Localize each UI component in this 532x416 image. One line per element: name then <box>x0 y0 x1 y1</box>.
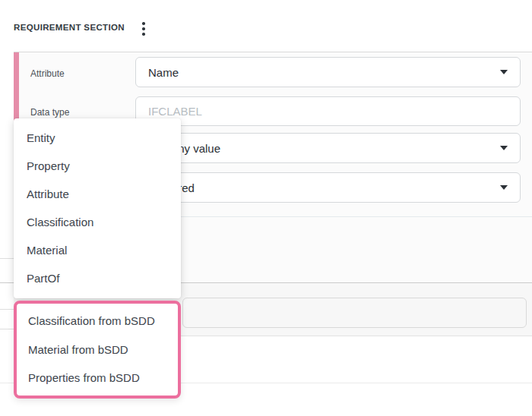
chevron-down-icon <box>500 146 508 150</box>
kebab-dot <box>142 22 145 25</box>
background-input[interactable] <box>182 298 527 328</box>
datatype-field <box>135 96 521 126</box>
menu-item-property[interactable]: Property <box>14 152 181 180</box>
datatype-input[interactable] <box>148 97 508 125</box>
divider <box>0 329 14 329</box>
attribute-select-value: Name <box>148 66 179 79</box>
kebab-dot <box>142 33 145 36</box>
menu-item-classification[interactable]: Classification <box>14 208 181 236</box>
facet-dropdown-menu: Entity Property Attribute Classification… <box>14 118 181 298</box>
kebab-dot <box>142 27 145 30</box>
menu-item-attribute[interactable]: Attribute <box>14 180 181 208</box>
menu-item-material-bsdd[interactable]: Material from bSDD <box>17 336 178 364</box>
value-select[interactable]: Has any value <box>135 133 521 163</box>
attribute-label: Attribute <box>30 68 65 79</box>
menu-item-properties-bsdd[interactable]: Properties from bSDD <box>17 364 178 392</box>
menu-item-entity[interactable]: Entity <box>14 124 181 152</box>
section-title: REQUIREMENT SECTION <box>14 23 125 32</box>
divider <box>0 309 14 310</box>
attribute-select[interactable]: Name <box>135 57 521 87</box>
menu-item-material[interactable]: Material <box>14 236 181 264</box>
divider <box>0 258 14 259</box>
page: REQUIREMENT SECTION Attribute Name Data … <box>0 0 532 416</box>
chevron-down-icon <box>500 70 508 74</box>
datatype-label: Data type <box>30 107 69 118</box>
bsdd-highlight-annotation: Classification from bSDD Material from b… <box>14 301 181 399</box>
chevron-down-icon <box>500 185 508 190</box>
kebab-menu-icon[interactable] <box>140 22 147 36</box>
menu-item-partof[interactable]: PartOf <box>14 264 181 292</box>
menu-item-classification-bsdd[interactable]: Classification from bSDD <box>17 307 178 336</box>
optionality-select[interactable]: Required <box>135 172 521 203</box>
